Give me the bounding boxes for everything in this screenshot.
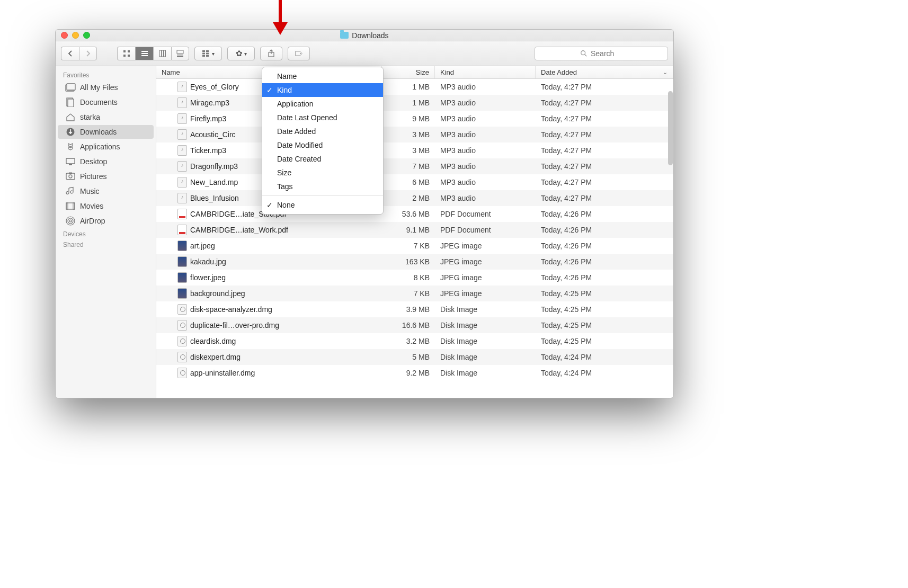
search-field[interactable] bbox=[535, 47, 668, 60]
svg-rect-20 bbox=[206, 55, 209, 57]
file-row[interactable]: Dragonfly.mp37 MBMP3 audioToday, 4:27 PM bbox=[156, 158, 673, 174]
column-date-added[interactable]: Date Added ⌄ bbox=[536, 66, 673, 78]
list-view-button[interactable] bbox=[135, 47, 153, 60]
minimize-button[interactable] bbox=[72, 32, 79, 39]
search-input[interactable] bbox=[591, 49, 622, 58]
file-kind: Disk Image bbox=[435, 321, 536, 329]
file-row[interactable]: CAMBRIDGE…iate_Stud.pdf53.6 MBPDF Docume… bbox=[156, 206, 673, 222]
file-size: 2 MB bbox=[382, 194, 435, 202]
arrange-button[interactable]: ▾ bbox=[194, 47, 222, 60]
file-row[interactable]: diskexpert.dmg5 MBDisk ImageToday, 4:24 … bbox=[156, 349, 673, 365]
sidebar-section-header: Devices bbox=[56, 228, 156, 239]
svg-rect-31 bbox=[69, 164, 72, 165]
file-list[interactable]: Eyes_of_Glory1 MBMP3 audioToday, 4:27 PM… bbox=[156, 79, 673, 398]
allfiles-icon bbox=[65, 83, 76, 92]
file-row[interactable]: disk-space-analyzer.dmg3.9 MBDisk ImageT… bbox=[156, 301, 673, 317]
svg-point-39 bbox=[68, 218, 73, 224]
file-row[interactable]: Ticker.mp33 MBMP3 audioToday, 4:27 PM bbox=[156, 142, 673, 158]
file-row[interactable]: app-uninstaller.dmg9.2 MBDisk ImageToday… bbox=[156, 365, 673, 381]
file-row[interactable]: CAMBRIDGE…iate_Work.pdf9.1 MBPDF Documen… bbox=[156, 222, 673, 238]
file-date: Today, 4:26 PM bbox=[536, 210, 673, 218]
sidebar-item-label: All My Files bbox=[80, 83, 118, 92]
dropdown-item-size[interactable]: Size bbox=[262, 166, 383, 180]
scrollbar-thumb[interactable] bbox=[668, 91, 673, 165]
file-row[interactable]: flower.jpeg8 KBJPEG imageToday, 4:26 PM bbox=[156, 270, 673, 286]
file-name: cleardisk.dmg bbox=[190, 337, 236, 345]
svg-rect-16 bbox=[202, 53, 205, 55]
file-row[interactable]: cleardisk.dmg3.2 MBDisk ImageToday, 4:25… bbox=[156, 333, 673, 349]
file-name: Eyes_of_Glory bbox=[190, 83, 239, 91]
sidebar-item-starka[interactable]: starka bbox=[58, 110, 154, 124]
dropdown-item-tags[interactable]: Tags bbox=[262, 180, 383, 193]
back-button[interactable] bbox=[61, 47, 79, 60]
dropdown-item-kind[interactable]: ✓Kind bbox=[262, 83, 383, 97]
file-row[interactable]: Firefly.mp39 MBMP3 audioToday, 4:27 PM bbox=[156, 111, 673, 127]
file-row[interactable]: duplicate-fil…over-pro.dmg16.6 MBDisk Im… bbox=[156, 317, 673, 333]
dropdown-item-name[interactable]: Name bbox=[262, 69, 383, 83]
dropdown-item-none[interactable]: ✓None bbox=[262, 198, 383, 212]
dropdown-item-date-modified[interactable]: Date Modified bbox=[262, 138, 383, 152]
action-button[interactable]: ✿ ▾ bbox=[227, 47, 255, 60]
file-icon bbox=[177, 336, 187, 346]
forward-button[interactable] bbox=[79, 47, 97, 60]
close-button[interactable] bbox=[61, 32, 68, 39]
file-row[interactable]: Eyes_of_Glory1 MBMP3 audioToday, 4:27 PM bbox=[156, 79, 673, 95]
check-icon: ✓ bbox=[266, 86, 273, 94]
dropdown-item-date-created[interactable]: Date Created bbox=[262, 152, 383, 166]
file-name: Mirage.mp3 bbox=[190, 99, 229, 107]
file-row[interactable]: Blues_Infusion2 MBMP3 audioToday, 4:27 P… bbox=[156, 190, 673, 206]
sidebar-item-music[interactable]: Music bbox=[58, 184, 154, 198]
file-row[interactable]: New_Land.mp6 MBMP3 audioToday, 4:27 PM bbox=[156, 174, 673, 190]
zoom-button[interactable] bbox=[83, 32, 90, 39]
file-row[interactable]: Mirage.mp31 MBMP3 audioToday, 4:27 PM bbox=[156, 95, 673, 111]
file-kind: Disk Image bbox=[435, 353, 536, 361]
sidebar: FavoritesAll My FilesDocumentsstarkaDown… bbox=[56, 66, 156, 398]
column-kind[interactable]: Kind bbox=[435, 66, 536, 78]
titlebar: Downloads bbox=[56, 30, 673, 41]
dropdown-item-date-added[interactable]: Date Added bbox=[262, 124, 383, 138]
sidebar-item-all-my-files[interactable]: All My Files bbox=[58, 81, 154, 94]
dropdown-item-application[interactable]: Application bbox=[262, 97, 383, 111]
file-name: app-uninstaller.dmg bbox=[190, 369, 255, 377]
sidebar-item-airdrop[interactable]: AirDrop bbox=[58, 214, 154, 228]
svg-rect-8 bbox=[141, 55, 148, 56]
file-date: Today, 4:25 PM bbox=[536, 337, 673, 345]
file-row[interactable]: art.jpeg7 KBJPEG imageToday, 4:26 PM bbox=[156, 238, 673, 254]
file-icon bbox=[177, 272, 187, 283]
file-row[interactable]: background.jpeg7 KBJPEG imageToday, 4:25… bbox=[156, 286, 673, 301]
toolbar: ▾ ✿ ▾ bbox=[56, 41, 673, 66]
tags-button[interactable] bbox=[288, 47, 310, 60]
file-date: Today, 4:27 PM bbox=[536, 83, 673, 91]
column-view-button[interactable] bbox=[153, 47, 171, 60]
dropdown-item-date-last-opened[interactable]: Date Last Opened bbox=[262, 111, 383, 124]
file-name: Blues_Infusion bbox=[190, 194, 239, 202]
file-name: Acoustic_Circ bbox=[190, 130, 236, 139]
chevron-down-icon: ▾ bbox=[212, 51, 215, 57]
file-name: Firefly.mp3 bbox=[190, 114, 226, 123]
svg-point-38 bbox=[69, 220, 72, 222]
coverflow-view-button[interactable] bbox=[171, 47, 189, 60]
file-icon bbox=[177, 288, 187, 299]
svg-rect-10 bbox=[162, 50, 164, 57]
share-button[interactable] bbox=[260, 47, 282, 60]
file-size: 163 KB bbox=[382, 257, 435, 266]
sidebar-item-downloads[interactable]: Downloads bbox=[58, 125, 154, 139]
sidebar-item-documents[interactable]: Documents bbox=[58, 95, 154, 109]
file-kind: MP3 audio bbox=[435, 114, 536, 123]
sidebar-item-pictures[interactable]: Pictures bbox=[58, 170, 154, 183]
sidebar-item-applications[interactable]: Applications bbox=[58, 140, 154, 154]
file-icon bbox=[177, 256, 187, 267]
gear-icon: ✿ bbox=[236, 49, 243, 58]
sidebar-item-movies[interactable]: Movies bbox=[58, 199, 154, 213]
icon-view-button[interactable] bbox=[117, 47, 135, 60]
file-size: 9 MB bbox=[382, 114, 435, 123]
file-row[interactable]: kakadu.jpg163 KBJPEG imageToday, 4:26 PM bbox=[156, 254, 673, 270]
column-headers: Name Size Kind Date Added ⌄ bbox=[156, 66, 673, 79]
sidebar-item-desktop[interactable]: Desktop bbox=[58, 155, 154, 168]
airdrop-icon bbox=[65, 216, 76, 226]
svg-marker-1 bbox=[273, 22, 288, 35]
file-kind: Disk Image bbox=[435, 337, 536, 345]
file-kind: JPEG image bbox=[435, 242, 536, 250]
file-row[interactable]: Acoustic_Circ3 MBMP3 audioToday, 4:27 PM bbox=[156, 127, 673, 142]
column-size[interactable]: Size bbox=[382, 66, 435, 78]
